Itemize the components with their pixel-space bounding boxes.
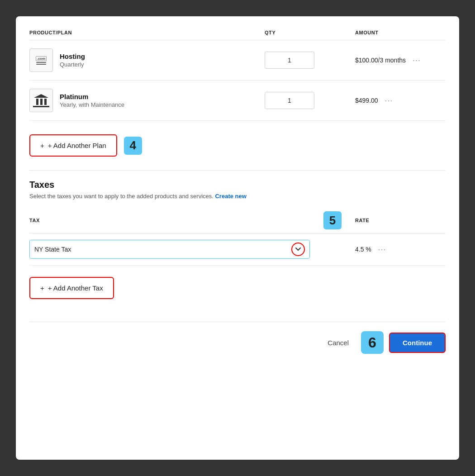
platinum-amount-cell: $499.00 ···: [355, 96, 446, 105]
footer-right: Cancel 6 Continue: [321, 331, 446, 354]
product-row-platinum: Platinum Yearly, with Maintenance $499.0…: [29, 81, 446, 121]
tax-dropdown-button[interactable]: [291, 243, 305, 256]
platinum-qty-input[interactable]: [265, 92, 314, 109]
product-info-hosting: .com Hosting Quarterly: [29, 48, 265, 72]
taxes-title: Taxes: [29, 180, 446, 190]
tax-col-header: TAX: [29, 218, 310, 223]
tax-table-header: TAX 5 RATE: [29, 208, 446, 233]
tax-rate-value: 4.5 %: [355, 246, 371, 253]
taxes-desc-text: Select the taxes you want to apply to th…: [29, 193, 214, 200]
platinum-details: Platinum Yearly, with Maintenance: [60, 93, 124, 108]
platinum-amount: $499.00: [355, 97, 378, 104]
platinum-more-options-button[interactable]: ···: [385, 96, 393, 105]
hosting-sub: Quarterly: [60, 61, 85, 68]
add-plan-plus-icon: +: [40, 142, 44, 149]
add-another-tax-button[interactable]: + + Add Another Tax: [29, 277, 114, 299]
add-tax-row: + + Add Another Tax: [29, 266, 446, 308]
hosting-details: Hosting Quarterly: [60, 52, 85, 68]
step-6-badge: 6: [361, 331, 384, 354]
amount-col-header: AMOUNT: [355, 30, 446, 35]
footer-divider: [29, 322, 446, 322]
add-plan-row: + + Add Another Plan 4: [29, 121, 446, 166]
add-another-plan-button[interactable]: + + Add Another Plan: [29, 134, 117, 157]
qty-col-header: QTY: [265, 30, 355, 35]
cancel-button[interactable]: Cancel: [321, 334, 356, 351]
tax-select-ny[interactable]: NY State Tax: [29, 240, 310, 259]
continue-button[interactable]: Continue: [389, 333, 446, 353]
add-tax-plus-icon: +: [40, 284, 44, 292]
hosting-name: Hosting: [60, 52, 85, 60]
tax-rate-cell: 4.5 % ···: [355, 245, 446, 254]
rate-col-header: RATE: [355, 218, 446, 223]
product-row-hosting: .com Hosting Quarterly $100.00/3 months …: [29, 40, 446, 81]
taxes-section: Taxes Select the taxes you want to apply…: [29, 180, 446, 308]
hosting-more-options-button[interactable]: ···: [413, 56, 421, 65]
add-tax-label: + Add Another Tax: [48, 284, 103, 292]
tax-more-options-button[interactable]: ···: [378, 245, 386, 254]
section-divider: [29, 170, 446, 171]
platinum-name: Platinum: [60, 93, 124, 100]
add-plan-label: + Add Another Plan: [48, 142, 106, 149]
step-5-badge: 5: [323, 211, 342, 229]
hosting-amount-cell: $100.00/3 months ···: [355, 56, 446, 65]
hosting-icon: .com: [29, 48, 53, 72]
footer: Cancel 6 Continue: [29, 329, 446, 354]
bank-icon: [29, 89, 53, 112]
step-4-badge: 4: [124, 137, 142, 155]
platinum-sub: Yearly, with Maintenance: [60, 101, 124, 108]
product-plan-col-header: PRODUCT/PLAN: [29, 30, 265, 35]
chevron-down-icon: [295, 248, 301, 251]
platinum-qty-cell: [265, 92, 355, 109]
product-info-platinum: Platinum Yearly, with Maintenance: [29, 89, 265, 112]
modal-container: PRODUCT/PLAN QTY AMOUNT .com Hosting Qua…: [16, 16, 459, 460]
tax-row-ny: NY State Tax 4.5 % ···: [29, 233, 446, 266]
hosting-qty-cell: [265, 52, 355, 69]
tax-name-ny: NY State Tax: [34, 246, 291, 253]
hosting-amount: $100.00/3 months: [355, 57, 406, 64]
create-new-link[interactable]: Create new: [215, 193, 246, 200]
taxes-description: Select the taxes you want to apply to th…: [29, 193, 446, 200]
products-table-header: PRODUCT/PLAN QTY AMOUNT: [29, 30, 446, 40]
hosting-qty-input[interactable]: [265, 52, 314, 69]
